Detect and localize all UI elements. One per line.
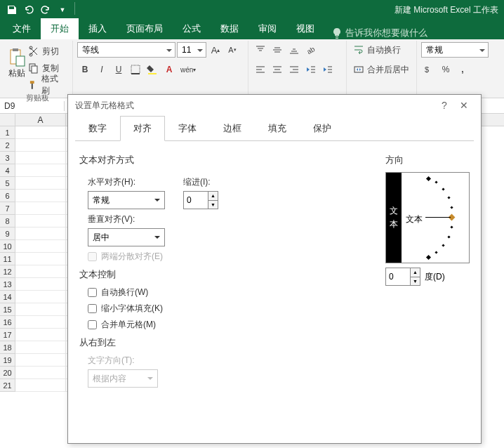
row-header[interactable]: 12: [0, 265, 15, 278]
row-header[interactable]: 20: [0, 367, 15, 379]
cell[interactable]: [15, 215, 66, 228]
dtab-border[interactable]: 边框: [210, 116, 255, 141]
vertical-text-button[interactable]: 文 本: [386, 173, 402, 263]
italic-button[interactable]: I: [94, 62, 110, 77]
comma-format-icon[interactable]: ,: [455, 62, 470, 77]
dtab-number[interactable]: 数字: [75, 116, 120, 141]
save-icon[interactable]: [4, 2, 20, 18]
row-header[interactable]: 7: [0, 202, 15, 215]
tab-formulas[interactable]: 公式: [173, 18, 211, 39]
valign-select[interactable]: 居中: [88, 228, 165, 246]
font-name-select[interactable]: 等线: [77, 42, 175, 58]
cut-button[interactable]: 剪切: [26, 44, 65, 59]
row-header[interactable]: 6: [0, 190, 15, 202]
cell[interactable]: [15, 265, 66, 278]
tab-file[interactable]: 文件: [3, 18, 41, 39]
cell[interactable]: [15, 354, 66, 367]
cell[interactable]: [15, 253, 66, 265]
cell[interactable]: [15, 303, 66, 316]
align-bottom-icon[interactable]: [286, 42, 302, 58]
row-header[interactable]: 13: [0, 278, 15, 291]
cell[interactable]: [15, 316, 66, 329]
select-all-corner[interactable]: [0, 114, 15, 126]
column-header[interactable]: A: [15, 114, 66, 126]
row-header[interactable]: 5: [0, 177, 15, 190]
row-header[interactable]: 21: [0, 379, 15, 392]
merge-cells-checkbox[interactable]: 合并单元格(M): [88, 319, 374, 331]
phonetic-button[interactable]: wén▾: [178, 62, 198, 77]
degree-spinner[interactable]: ▲▼: [385, 268, 420, 286]
increase-indent-icon[interactable]: [320, 62, 336, 77]
degree-input[interactable]: [386, 268, 410, 285]
cell[interactable]: [15, 367, 66, 379]
cell[interactable]: [15, 177, 66, 190]
align-middle-icon[interactable]: [270, 42, 285, 58]
tell-me[interactable]: 告诉我你想要做什么: [331, 27, 427, 39]
cell[interactable]: [15, 139, 66, 152]
undo-icon[interactable]: [21, 2, 37, 18]
align-top-icon[interactable]: [253, 42, 268, 58]
fill-color-button[interactable]: [145, 62, 160, 77]
tab-home[interactable]: 开始: [41, 18, 79, 39]
degree-up-icon[interactable]: ▲: [411, 268, 420, 277]
tab-page-layout[interactable]: 页面布局: [117, 18, 173, 39]
align-left-icon[interactable]: [253, 62, 268, 77]
row-header[interactable]: 8: [0, 215, 15, 228]
cell[interactable]: [15, 126, 66, 139]
row-header[interactable]: 1: [0, 126, 15, 139]
decrease-font-icon[interactable]: A▾: [225, 42, 240, 58]
number-format-select[interactable]: 常规: [421, 42, 489, 58]
font-size-select[interactable]: 11: [177, 42, 206, 58]
row-header[interactable]: 15: [0, 303, 15, 316]
orientation-widget[interactable]: 文 本 文本: [385, 172, 470, 263]
cell[interactable]: [15, 341, 66, 354]
cell[interactable]: [15, 190, 66, 202]
bold-button[interactable]: B: [77, 62, 93, 77]
font-color-button[interactable]: A: [161, 62, 177, 77]
dtab-alignment[interactable]: 对齐: [120, 116, 165, 141]
row-header[interactable]: 10: [0, 240, 15, 253]
indent-spinner[interactable]: ▲▼: [183, 191, 218, 209]
row-header[interactable]: 18: [0, 341, 15, 354]
border-button[interactable]: [128, 62, 143, 77]
row-header[interactable]: 17: [0, 329, 15, 341]
tab-view[interactable]: 视图: [286, 18, 324, 39]
cell[interactable]: [15, 379, 66, 392]
merge-input[interactable]: [88, 320, 97, 329]
indent-down-icon[interactable]: ▼: [208, 201, 218, 209]
cell[interactable]: [15, 228, 66, 240]
align-center-icon[interactable]: [270, 62, 285, 77]
orientation-icon[interactable]: ab: [303, 42, 319, 58]
row-header[interactable]: 3: [0, 152, 15, 164]
row-header[interactable]: 4: [0, 164, 15, 177]
decrease-indent-icon[interactable]: [303, 62, 319, 77]
dialog-close-icon[interactable]: ✕: [454, 95, 474, 115]
cell[interactable]: [15, 329, 66, 341]
merge-center-button[interactable]: 合并后居中: [351, 62, 418, 77]
cell[interactable]: [15, 164, 66, 177]
format-painter-button[interactable]: 格式刷: [26, 77, 68, 93]
paste-button[interactable]: 粘贴: [7, 42, 26, 84]
indent-up-icon[interactable]: ▲: [208, 192, 218, 201]
row-header[interactable]: 16: [0, 316, 15, 329]
indent-input[interactable]: [184, 192, 208, 209]
accounting-format-icon[interactable]: $: [421, 62, 437, 77]
row-header[interactable]: 14: [0, 291, 15, 303]
tab-review[interactable]: 审阅: [248, 18, 286, 39]
row-header[interactable]: 9: [0, 228, 15, 240]
redo-icon[interactable]: [38, 2, 53, 18]
halign-select[interactable]: 常规: [88, 191, 165, 209]
dtab-fill[interactable]: 填充: [255, 116, 300, 141]
align-right-icon[interactable]: [286, 62, 302, 77]
dtab-protection[interactable]: 保护: [300, 116, 345, 141]
row-header[interactable]: 11: [0, 253, 15, 265]
cell[interactable]: [15, 152, 66, 164]
row-header[interactable]: 19: [0, 354, 15, 367]
increase-font-icon[interactable]: A▴: [208, 42, 223, 58]
tab-data[interactable]: 数据: [211, 18, 248, 39]
tab-insert[interactable]: 插入: [79, 18, 117, 39]
shrink-to-fit-checkbox[interactable]: 缩小字体填充(K): [88, 303, 374, 315]
cell[interactable]: [15, 291, 66, 303]
cell[interactable]: [15, 240, 66, 253]
dtab-font[interactable]: 字体: [165, 116, 210, 141]
